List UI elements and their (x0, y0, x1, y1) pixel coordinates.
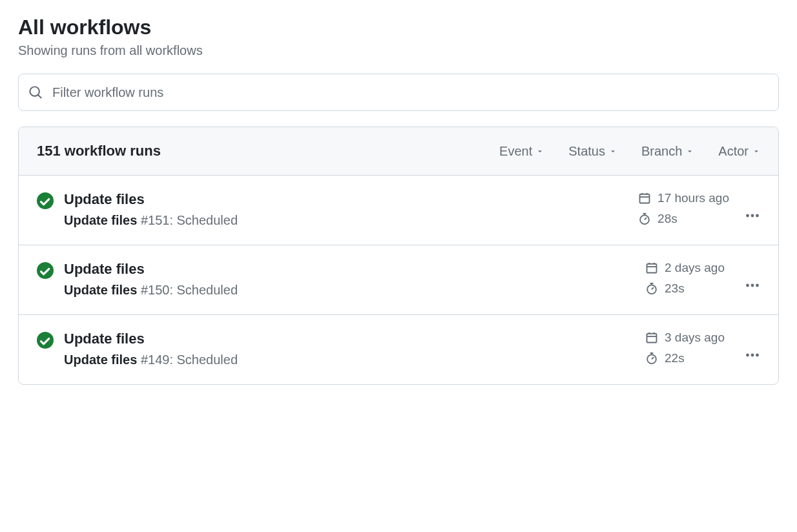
svg-point-9 (746, 214, 749, 218)
run-number: #149: (141, 353, 177, 367)
workflow-runs-panel: 151 workflow runs Event Status Branch (18, 127, 779, 385)
workflow-run-subtitle: Update files #150: Scheduled (64, 283, 635, 298)
svg-point-33 (746, 354, 749, 357)
run-duration: 28s (638, 212, 729, 226)
run-duration: 22s (645, 351, 729, 365)
run-duration: 23s (645, 281, 729, 296)
workflow-run-row: Update files Update files #151: Schedule… (19, 176, 778, 245)
page-subtitle: Showing runs from all workflows (18, 43, 779, 58)
svg-point-11 (756, 214, 759, 218)
run-time-ago: 2 days ago (645, 261, 729, 275)
filter-input-wrap (18, 74, 779, 111)
run-trigger: Scheduled (177, 353, 238, 367)
run-actions-menu-button[interactable] (745, 343, 760, 369)
svg-rect-1 (640, 194, 650, 203)
run-times: 17 hours ago 28s (638, 191, 729, 226)
calendar-icon (638, 192, 651, 205)
svg-point-22 (751, 284, 754, 287)
workflow-run-title-link[interactable]: Update files (64, 191, 628, 208)
run-times: 3 days ago 22s (645, 331, 729, 365)
filter-actor-label: Actor (718, 144, 749, 159)
kebab-horizontal-icon (745, 278, 760, 295)
filter-branch-dropdown[interactable]: Branch (641, 144, 694, 159)
time-ago-text: 3 days ago (665, 331, 725, 345)
run-times: 2 days ago 23s (645, 261, 729, 296)
run-time-ago: 3 days ago (645, 331, 729, 345)
workflow-name-link[interactable]: Update files (64, 283, 137, 297)
run-main: Update files Update files #151: Schedule… (64, 191, 628, 228)
svg-line-8 (645, 218, 647, 220)
svg-point-12 (37, 262, 54, 279)
calendar-icon (645, 331, 658, 344)
caret-down-icon (609, 147, 617, 155)
filter-status-dropdown[interactable]: Status (568, 144, 617, 159)
filter-branch-label: Branch (641, 144, 682, 159)
run-number: #150: (141, 283, 177, 297)
caret-down-icon (686, 147, 694, 155)
run-meta: 3 days ago 22s (645, 331, 760, 369)
svg-point-23 (756, 284, 759, 287)
duration-text: 22s (665, 351, 685, 365)
run-meta: 17 hours ago 28s (638, 191, 760, 229)
kebab-horizontal-icon (745, 347, 760, 365)
workflow-run-title-link[interactable]: Update files (64, 261, 635, 278)
duration-text: 28s (657, 212, 678, 226)
svg-point-35 (756, 354, 759, 357)
svg-point-0 (37, 192, 54, 209)
workflow-name-link[interactable]: Update files (64, 353, 137, 367)
check-circle-success-icon (37, 192, 54, 212)
svg-rect-25 (647, 334, 657, 343)
search-icon (28, 85, 43, 99)
svg-point-21 (746, 284, 749, 287)
caret-down-icon (752, 147, 760, 155)
workflow-run-title-link[interactable]: Update files (64, 331, 635, 347)
svg-line-32 (652, 357, 654, 359)
calendar-icon (645, 261, 658, 274)
run-main: Update files Update files #149: Schedule… (64, 331, 635, 367)
run-trigger: Scheduled (177, 283, 238, 297)
kebab-horizontal-icon (745, 208, 760, 225)
svg-point-10 (751, 214, 754, 218)
check-circle-success-icon (37, 332, 54, 351)
svg-line-20 (652, 287, 654, 289)
run-main: Update files Update files #150: Schedule… (64, 261, 635, 298)
stopwatch-icon (638, 212, 651, 225)
filter-event-label: Event (499, 144, 532, 159)
stopwatch-icon (645, 352, 658, 365)
header-filters: Event Status Branch Actor (499, 144, 760, 159)
workflow-name-link[interactable]: Update files (64, 213, 137, 227)
run-number: #151: (141, 213, 177, 227)
run-trigger: Scheduled (177, 213, 238, 227)
svg-rect-13 (647, 264, 657, 273)
filter-status-label: Status (568, 144, 605, 159)
stopwatch-icon (645, 282, 658, 295)
workflow-runs-count: 151 workflow runs (37, 143, 161, 159)
time-ago-text: 17 hours ago (657, 191, 729, 205)
run-actions-menu-button[interactable] (745, 204, 760, 229)
workflow-runs-list: Update files Update files #151: Schedule… (19, 176, 778, 384)
duration-text: 23s (665, 281, 685, 296)
workflow-run-subtitle: Update files #149: Scheduled (64, 353, 635, 367)
svg-point-24 (37, 332, 54, 349)
page-title: All workflows (18, 15, 779, 39)
workflow-runs-header: 151 workflow runs Event Status Branch (19, 127, 778, 176)
run-meta: 2 days ago 23s (645, 261, 760, 299)
check-circle-success-icon (37, 262, 54, 281)
svg-point-34 (751, 354, 754, 357)
workflow-run-row: Update files Update files #150: Schedule… (19, 245, 778, 315)
caret-down-icon (536, 147, 544, 155)
run-actions-menu-button[interactable] (745, 274, 760, 299)
workflow-run-row: Update files Update files #149: Schedule… (19, 315, 778, 384)
filter-workflow-runs-input[interactable] (18, 74, 779, 111)
filter-event-dropdown[interactable]: Event (499, 144, 544, 159)
time-ago-text: 2 days ago (665, 261, 725, 275)
run-time-ago: 17 hours ago (638, 191, 729, 205)
filter-actor-dropdown[interactable]: Actor (718, 144, 760, 159)
workflow-run-subtitle: Update files #151: Scheduled (64, 213, 628, 228)
